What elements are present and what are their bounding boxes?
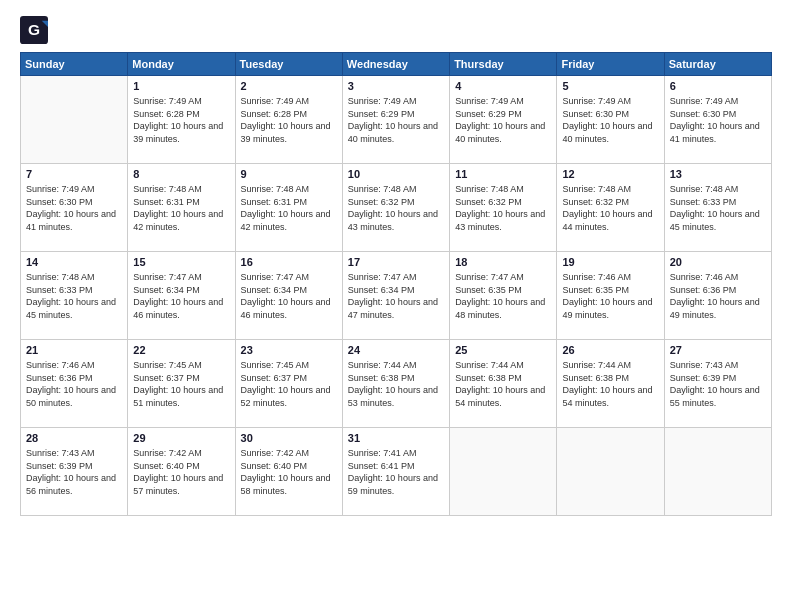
day-info: Sunrise: 7:48 AMSunset: 6:33 PMDaylight:… — [670, 183, 766, 233]
calendar-cell — [664, 428, 771, 516]
calendar-page: G SundayMondayTuesdayWednesdayThursdayFr… — [0, 0, 792, 612]
day-number: 25 — [455, 344, 551, 356]
day-info: Sunrise: 7:41 AMSunset: 6:41 PMDaylight:… — [348, 447, 444, 497]
calendar-cell — [450, 428, 557, 516]
day-number: 31 — [348, 432, 444, 444]
calendar-cell: 4Sunrise: 7:49 AMSunset: 6:29 PMDaylight… — [450, 76, 557, 164]
day-number: 14 — [26, 256, 122, 268]
day-info: Sunrise: 7:47 AMSunset: 6:34 PMDaylight:… — [241, 271, 337, 321]
day-number: 20 — [670, 256, 766, 268]
calendar-cell: 24Sunrise: 7:44 AMSunset: 6:38 PMDayligh… — [342, 340, 449, 428]
weekday-header-thursday: Thursday — [450, 53, 557, 76]
week-row-1: 1Sunrise: 7:49 AMSunset: 6:28 PMDaylight… — [21, 76, 772, 164]
day-number: 2 — [241, 80, 337, 92]
day-number: 6 — [670, 80, 766, 92]
logo-icon: G — [20, 16, 48, 44]
calendar-cell: 22Sunrise: 7:45 AMSunset: 6:37 PMDayligh… — [128, 340, 235, 428]
calendar-cell: 30Sunrise: 7:42 AMSunset: 6:40 PMDayligh… — [235, 428, 342, 516]
day-number: 23 — [241, 344, 337, 356]
calendar-cell: 25Sunrise: 7:44 AMSunset: 6:38 PMDayligh… — [450, 340, 557, 428]
calendar-cell: 13Sunrise: 7:48 AMSunset: 6:33 PMDayligh… — [664, 164, 771, 252]
day-info: Sunrise: 7:48 AMSunset: 6:31 PMDaylight:… — [241, 183, 337, 233]
day-number: 16 — [241, 256, 337, 268]
day-info: Sunrise: 7:49 AMSunset: 6:30 PMDaylight:… — [26, 183, 122, 233]
calendar-cell: 18Sunrise: 7:47 AMSunset: 6:35 PMDayligh… — [450, 252, 557, 340]
calendar-cell: 2Sunrise: 7:49 AMSunset: 6:28 PMDaylight… — [235, 76, 342, 164]
day-number: 27 — [670, 344, 766, 356]
day-number: 22 — [133, 344, 229, 356]
calendar-cell: 21Sunrise: 7:46 AMSunset: 6:36 PMDayligh… — [21, 340, 128, 428]
calendar-cell: 23Sunrise: 7:45 AMSunset: 6:37 PMDayligh… — [235, 340, 342, 428]
week-row-4: 21Sunrise: 7:46 AMSunset: 6:36 PMDayligh… — [21, 340, 772, 428]
day-info: Sunrise: 7:48 AMSunset: 6:31 PMDaylight:… — [133, 183, 229, 233]
day-info: Sunrise: 7:47 AMSunset: 6:34 PMDaylight:… — [348, 271, 444, 321]
day-info: Sunrise: 7:44 AMSunset: 6:38 PMDaylight:… — [348, 359, 444, 409]
day-info: Sunrise: 7:48 AMSunset: 6:33 PMDaylight:… — [26, 271, 122, 321]
day-number: 10 — [348, 168, 444, 180]
day-number: 26 — [562, 344, 658, 356]
day-info: Sunrise: 7:49 AMSunset: 6:30 PMDaylight:… — [670, 95, 766, 145]
day-info: Sunrise: 7:46 AMSunset: 6:35 PMDaylight:… — [562, 271, 658, 321]
calendar-cell: 29Sunrise: 7:42 AMSunset: 6:40 PMDayligh… — [128, 428, 235, 516]
day-info: Sunrise: 7:45 AMSunset: 6:37 PMDaylight:… — [133, 359, 229, 409]
day-info: Sunrise: 7:43 AMSunset: 6:39 PMDaylight:… — [26, 447, 122, 497]
day-number: 29 — [133, 432, 229, 444]
calendar-cell: 1Sunrise: 7:49 AMSunset: 6:28 PMDaylight… — [128, 76, 235, 164]
calendar-cell: 7Sunrise: 7:49 AMSunset: 6:30 PMDaylight… — [21, 164, 128, 252]
header: G — [20, 16, 772, 44]
day-number: 5 — [562, 80, 658, 92]
day-number: 30 — [241, 432, 337, 444]
calendar-cell: 31Sunrise: 7:41 AMSunset: 6:41 PMDayligh… — [342, 428, 449, 516]
weekday-header-tuesday: Tuesday — [235, 53, 342, 76]
day-number: 12 — [562, 168, 658, 180]
day-info: Sunrise: 7:43 AMSunset: 6:39 PMDaylight:… — [670, 359, 766, 409]
day-number: 18 — [455, 256, 551, 268]
day-info: Sunrise: 7:49 AMSunset: 6:28 PMDaylight:… — [133, 95, 229, 145]
calendar-cell: 15Sunrise: 7:47 AMSunset: 6:34 PMDayligh… — [128, 252, 235, 340]
day-number: 24 — [348, 344, 444, 356]
logo: G — [20, 16, 52, 44]
calendar-cell: 16Sunrise: 7:47 AMSunset: 6:34 PMDayligh… — [235, 252, 342, 340]
calendar-cell: 27Sunrise: 7:43 AMSunset: 6:39 PMDayligh… — [664, 340, 771, 428]
day-info: Sunrise: 7:48 AMSunset: 6:32 PMDaylight:… — [348, 183, 444, 233]
calendar-cell: 28Sunrise: 7:43 AMSunset: 6:39 PMDayligh… — [21, 428, 128, 516]
day-number: 3 — [348, 80, 444, 92]
day-number: 9 — [241, 168, 337, 180]
day-info: Sunrise: 7:49 AMSunset: 6:30 PMDaylight:… — [562, 95, 658, 145]
day-number: 17 — [348, 256, 444, 268]
day-info: Sunrise: 7:42 AMSunset: 6:40 PMDaylight:… — [241, 447, 337, 497]
calendar-cell: 11Sunrise: 7:48 AMSunset: 6:32 PMDayligh… — [450, 164, 557, 252]
calendar-cell: 17Sunrise: 7:47 AMSunset: 6:34 PMDayligh… — [342, 252, 449, 340]
day-info: Sunrise: 7:49 AMSunset: 6:29 PMDaylight:… — [348, 95, 444, 145]
weekday-header-friday: Friday — [557, 53, 664, 76]
day-number: 8 — [133, 168, 229, 180]
calendar-cell: 10Sunrise: 7:48 AMSunset: 6:32 PMDayligh… — [342, 164, 449, 252]
calendar-cell: 5Sunrise: 7:49 AMSunset: 6:30 PMDaylight… — [557, 76, 664, 164]
day-number: 11 — [455, 168, 551, 180]
day-info: Sunrise: 7:42 AMSunset: 6:40 PMDaylight:… — [133, 447, 229, 497]
calendar-cell: 12Sunrise: 7:48 AMSunset: 6:32 PMDayligh… — [557, 164, 664, 252]
calendar-cell: 19Sunrise: 7:46 AMSunset: 6:35 PMDayligh… — [557, 252, 664, 340]
calendar-cell: 9Sunrise: 7:48 AMSunset: 6:31 PMDaylight… — [235, 164, 342, 252]
day-info: Sunrise: 7:44 AMSunset: 6:38 PMDaylight:… — [562, 359, 658, 409]
weekday-header-wednesday: Wednesday — [342, 53, 449, 76]
day-info: Sunrise: 7:49 AMSunset: 6:29 PMDaylight:… — [455, 95, 551, 145]
calendar-cell: 20Sunrise: 7:46 AMSunset: 6:36 PMDayligh… — [664, 252, 771, 340]
day-info: Sunrise: 7:49 AMSunset: 6:28 PMDaylight:… — [241, 95, 337, 145]
calendar-cell: 26Sunrise: 7:44 AMSunset: 6:38 PMDayligh… — [557, 340, 664, 428]
day-number: 7 — [26, 168, 122, 180]
weekday-header-saturday: Saturday — [664, 53, 771, 76]
day-number: 15 — [133, 256, 229, 268]
day-number: 13 — [670, 168, 766, 180]
weekday-header-sunday: Sunday — [21, 53, 128, 76]
calendar-table: SundayMondayTuesdayWednesdayThursdayFrid… — [20, 52, 772, 516]
calendar-cell: 3Sunrise: 7:49 AMSunset: 6:29 PMDaylight… — [342, 76, 449, 164]
day-number: 4 — [455, 80, 551, 92]
week-row-5: 28Sunrise: 7:43 AMSunset: 6:39 PMDayligh… — [21, 428, 772, 516]
svg-text:G: G — [28, 21, 40, 38]
week-row-3: 14Sunrise: 7:48 AMSunset: 6:33 PMDayligh… — [21, 252, 772, 340]
day-number: 21 — [26, 344, 122, 356]
weekday-header-monday: Monday — [128, 53, 235, 76]
day-info: Sunrise: 7:46 AMSunset: 6:36 PMDaylight:… — [670, 271, 766, 321]
calendar-cell: 8Sunrise: 7:48 AMSunset: 6:31 PMDaylight… — [128, 164, 235, 252]
